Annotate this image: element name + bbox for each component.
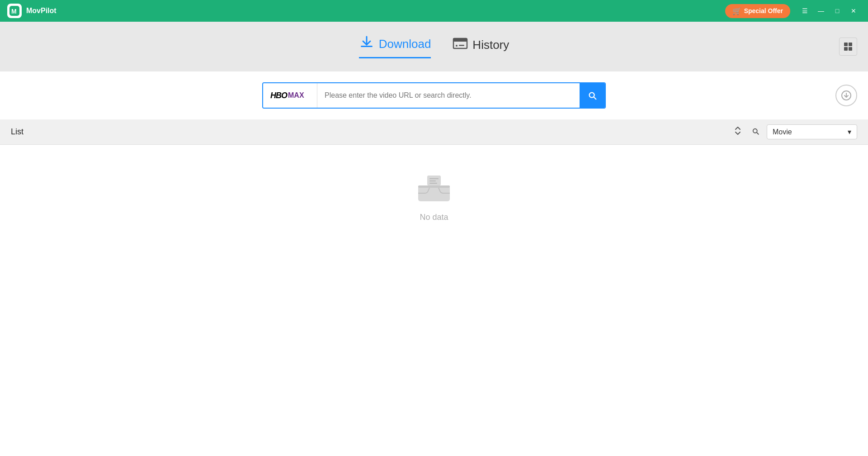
tab-download[interactable]: Download bbox=[359, 35, 431, 58]
empty-text: No data bbox=[420, 213, 448, 222]
tab-history-inner: History bbox=[453, 36, 509, 54]
titlebar: M MovPilot 🛒 Special Offer ☰ — □ ✕ bbox=[0, 0, 868, 22]
download-tab-label: Download bbox=[379, 37, 431, 51]
svg-point-5 bbox=[456, 45, 458, 47]
close-button[interactable]: ✕ bbox=[846, 4, 861, 18]
svg-rect-12 bbox=[429, 180, 436, 181]
search-area: HBO max bbox=[0, 71, 868, 119]
menu-button[interactable]: ☰ bbox=[797, 4, 812, 18]
list-controls: Movie ▾ bbox=[731, 124, 857, 139]
svg-rect-2 bbox=[361, 46, 373, 47]
search-container: HBO max bbox=[262, 82, 606, 109]
search-wrapper: HBO max bbox=[0, 82, 868, 109]
list-search-icon bbox=[751, 127, 760, 135]
tab-history[interactable]: History bbox=[453, 36, 509, 58]
search-input[interactable] bbox=[317, 83, 580, 108]
movie-dropdown[interactable]: Movie ▾ bbox=[767, 124, 857, 139]
grid-icon bbox=[844, 43, 852, 51]
empty-icon bbox=[416, 172, 452, 205]
list-header: List Movie ▾ bbox=[0, 119, 868, 145]
hbo-text: HBO bbox=[270, 91, 287, 100]
hbo-logo: HBO max bbox=[270, 91, 304, 100]
list-search-button[interactable] bbox=[750, 125, 761, 139]
download-circle-button[interactable] bbox=[835, 85, 857, 106]
chevron-down-icon: ▾ bbox=[848, 128, 851, 136]
empty-state: No data bbox=[0, 145, 868, 249]
service-selector[interactable]: HBO max bbox=[263, 83, 317, 108]
special-offer-button[interactable]: 🛒 Special Offer bbox=[725, 4, 790, 18]
nav-tabs: Download History bbox=[359, 35, 509, 58]
list-label: List bbox=[11, 127, 24, 137]
maximize-button[interactable]: □ bbox=[830, 4, 844, 18]
movie-dropdown-label: Movie bbox=[773, 128, 792, 136]
no-data-illustration bbox=[416, 172, 452, 204]
navbar: Download History bbox=[0, 22, 868, 71]
svg-rect-11 bbox=[429, 178, 439, 179]
app-logo: M bbox=[7, 4, 22, 18]
app-name: MovPilot bbox=[26, 7, 57, 15]
titlebar-left: M MovPilot bbox=[7, 4, 57, 18]
history-tab-label: History bbox=[472, 38, 509, 52]
svg-rect-9 bbox=[418, 185, 450, 188]
svg-rect-13 bbox=[429, 183, 437, 184]
history-tab-icon bbox=[453, 36, 468, 54]
svg-rect-4 bbox=[453, 38, 467, 42]
cart-icon: 🛒 bbox=[732, 7, 741, 15]
tab-download-inner: Download bbox=[359, 35, 431, 53]
download-tab-icon bbox=[359, 35, 374, 53]
sort-button[interactable] bbox=[731, 124, 744, 139]
sort-icon bbox=[733, 126, 742, 135]
search-button[interactable] bbox=[580, 83, 605, 108]
download-circle-icon bbox=[841, 90, 852, 101]
hbo-max-text: max bbox=[288, 91, 304, 100]
grid-view-button[interactable] bbox=[839, 38, 857, 56]
svg-rect-6 bbox=[459, 45, 464, 46]
svg-text:M: M bbox=[11, 8, 17, 15]
titlebar-right: 🛒 Special Offer ☰ — □ ✕ bbox=[725, 4, 861, 18]
search-icon bbox=[587, 90, 597, 100]
minimize-button[interactable]: — bbox=[814, 4, 828, 18]
window-controls: ☰ — □ ✕ bbox=[797, 4, 861, 18]
special-offer-label: Special Offer bbox=[744, 7, 783, 14]
